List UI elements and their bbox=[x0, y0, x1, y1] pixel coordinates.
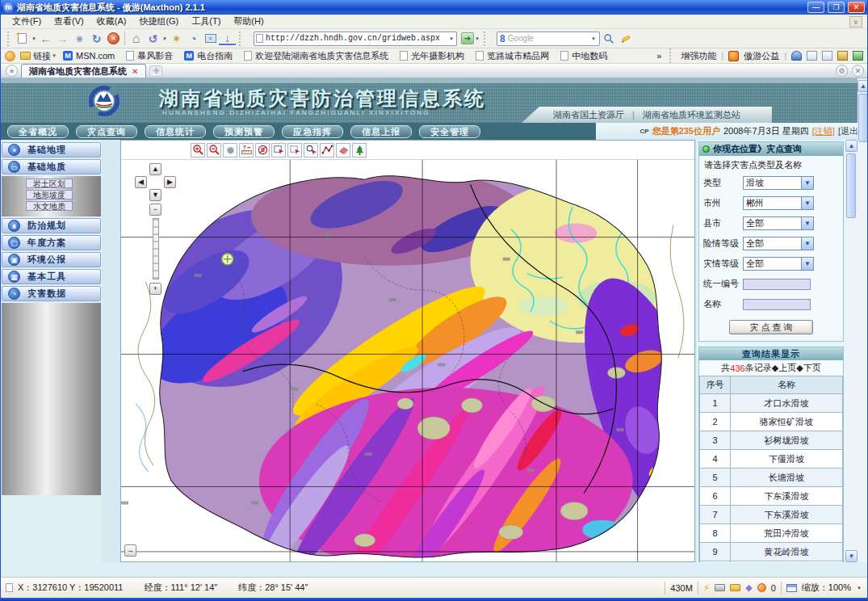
nav-tab-安全管理[interactable]: 安全管理 bbox=[419, 125, 480, 138]
menu-item[interactable]: 工具(T) bbox=[185, 15, 227, 28]
browser-scrollbar[interactable]: ▲ ▼ bbox=[858, 78, 868, 577]
plugin-diamond-icon[interactable]: ◆ bbox=[745, 582, 752, 593]
toolbar-collapse-icon[interactable]: » bbox=[849, 16, 862, 27]
home-icon[interactable]: ⌂ bbox=[128, 31, 145, 47]
select-rect2-tool-icon[interactable] bbox=[287, 143, 302, 158]
user-icon[interactable] bbox=[791, 51, 802, 61]
menu-item[interactable]: 文件(F) bbox=[6, 15, 48, 28]
panel-scroll-up-icon[interactable]: ▲ bbox=[845, 140, 858, 152]
zoom-plus-icon[interactable]: + bbox=[149, 283, 161, 295]
proxy-icon[interactable]: ≡ bbox=[202, 31, 219, 47]
zoom-in-tool-icon[interactable] bbox=[191, 143, 205, 158]
next-page-link[interactable]: ◆下页 bbox=[796, 362, 820, 374]
link-item[interactable]: 中地数码 bbox=[560, 50, 607, 62]
history-clock-icon[interactable]: ◔ bbox=[185, 31, 202, 47]
sidebar-item-基础地质[interactable]: ▭基础地质 bbox=[2, 159, 101, 174]
pages-icon[interactable] bbox=[822, 51, 832, 61]
charity-link[interactable]: 傲游公益 bbox=[744, 50, 779, 62]
query-button[interactable]: 灾 点 查 询 bbox=[729, 320, 813, 334]
url-text[interactable]: http://dzzh.hndh.gov.cn/gridweb.aspx bbox=[266, 34, 446, 43]
back-icon[interactable]: ← bbox=[37, 31, 54, 47]
active-tab[interactable]: 湖南省地质灾害信息系统 ✕ bbox=[21, 64, 146, 78]
pan-left-icon[interactable]: ◀ bbox=[135, 176, 147, 188]
favorites-icon[interactable] bbox=[5, 51, 15, 61]
city-select[interactable]: 郴州▼ bbox=[743, 196, 814, 210]
download-icon[interactable]: ↓ bbox=[219, 32, 236, 45]
go-dropdown-icon[interactable]: ▾ bbox=[474, 36, 480, 42]
search-input[interactable]: 8 Google ▾ bbox=[497, 32, 600, 46]
nav-tab-应急指挥[interactable]: 应急指挥 bbox=[282, 125, 343, 138]
link-land-resources[interactable]: 湖南省国土资源厅 bbox=[553, 109, 624, 121]
table-row[interactable]: 2骆家恒矿滑坡 bbox=[700, 413, 843, 431]
row-name[interactable]: 骆家恒矿滑坡 bbox=[731, 413, 843, 431]
browser-scroll-up-icon[interactable]: ▲ bbox=[858, 80, 868, 92]
close-tabs-icon[interactable]: ✕ bbox=[852, 65, 864, 77]
draw-line-tool-icon[interactable] bbox=[320, 143, 334, 158]
boost-icon[interactable]: ⚡ bbox=[703, 582, 710, 594]
table-row[interactable]: 8荒田冲滑坡 bbox=[700, 524, 843, 543]
menu-item[interactable]: 收藏(A) bbox=[90, 15, 133, 28]
refresh-icon[interactable]: ↻ bbox=[88, 31, 105, 47]
zoom-dropdown-icon[interactable]: ▾ bbox=[856, 585, 862, 591]
minimize-button[interactable]: — bbox=[807, 2, 824, 13]
table-row[interactable]: 5长塘滑坡 bbox=[700, 469, 843, 487]
history-dropdown-icon[interactable]: ◉ bbox=[71, 31, 88, 47]
panel-scrollbar[interactable]: ▲ ▼ bbox=[845, 140, 858, 562]
highlight-pen-icon[interactable] bbox=[617, 31, 634, 47]
stop-icon[interactable]: ✕ bbox=[105, 31, 122, 47]
zoom-out-tool-icon[interactable] bbox=[207, 143, 221, 158]
sidebar-item-灾害数据[interactable]: ◔灾害数据 bbox=[2, 286, 101, 301]
row-name[interactable]: 长塘滑坡 bbox=[731, 469, 843, 487]
link-item[interactable]: 欢迎登陆湖南省地质灾害信息系统 bbox=[244, 50, 388, 62]
go-button[interactable]: ➔ bbox=[461, 32, 474, 44]
sidebar-item-基本工具[interactable]: ▦基本工具 bbox=[2, 269, 101, 284]
link-item[interactable]: 暴风影音 bbox=[126, 50, 173, 62]
county-select[interactable]: 全部▼ bbox=[743, 216, 814, 230]
address-bar[interactable]: http://dzzh.hndh.gov.cn/gridweb.aspx ▾ bbox=[254, 32, 457, 46]
undo-dropdown-icon[interactable]: ▾ bbox=[161, 36, 168, 42]
sidebar-subitem-地形坡度[interactable]: 地形坡度 bbox=[26, 190, 73, 200]
wrench-icon[interactable]: ⚙ bbox=[836, 65, 848, 77]
table-row[interactable]: 9黄花岭滑坡 bbox=[700, 543, 843, 561]
sidebar-subitem-岩土区划[interactable]: 岩土区划 bbox=[26, 179, 73, 188]
nav-tab-灾点查询[interactable]: 灾点查询 bbox=[76, 125, 137, 138]
unified-code-input[interactable] bbox=[743, 279, 811, 290]
folder-icon[interactable] bbox=[730, 584, 740, 591]
forward-icon[interactable]: → bbox=[54, 31, 71, 47]
dropdown-arrow-icon[interactable]: ▼ bbox=[801, 237, 813, 250]
close-button[interactable]: ✕ bbox=[848, 2, 865, 13]
dropdown-arrow-icon[interactable]: ▼ bbox=[801, 197, 813, 209]
disaster-level-select[interactable]: 全部▼ bbox=[743, 257, 814, 271]
browser-scroll-thumb[interactable] bbox=[858, 94, 868, 142]
enhance-link[interactable]: 增强功能 bbox=[681, 50, 716, 62]
row-name[interactable]: 黄花岭滑坡 bbox=[731, 543, 843, 561]
table-row[interactable]: 6下东溪滑坡 bbox=[700, 487, 843, 506]
prev-page-link[interactable]: ◆上页 bbox=[772, 362, 796, 374]
zoom-slider[interactable] bbox=[153, 218, 159, 279]
menu-item[interactable]: 快捷组(G) bbox=[132, 15, 185, 28]
sidebar-subitem-水文地质[interactable]: 水文地质 bbox=[26, 201, 73, 211]
sidebar-item-防治规划[interactable]: ⋔防治规划 bbox=[2, 218, 101, 233]
sidebar-item-年度方案[interactable]: ▢年度方案 bbox=[2, 235, 101, 250]
menu-item[interactable]: 帮助(H) bbox=[227, 15, 270, 28]
dropdown-arrow-icon[interactable]: ▼ bbox=[801, 258, 813, 270]
measure-tool-icon[interactable]: ? bbox=[239, 143, 254, 158]
layer-tree-tool-icon[interactable] bbox=[352, 143, 367, 158]
link-item[interactable]: MMSN.com bbox=[63, 51, 115, 61]
pan-down-icon[interactable]: ▼ bbox=[149, 189, 161, 201]
search-engine-dropdown-icon[interactable]: ▾ bbox=[590, 36, 597, 42]
link-item[interactable]: M电台指南 bbox=[184, 50, 233, 62]
links-dropdown-icon[interactable]: ▾ bbox=[51, 53, 57, 59]
sidebar-item-基础地理[interactable]: »基础地理 bbox=[2, 142, 101, 158]
table-row[interactable]: 7下东溪滑坡 bbox=[700, 506, 843, 524]
row-name[interactable]: 才口水滑坡 bbox=[731, 394, 843, 413]
row-name[interactable]: 衫树垅滑坡 bbox=[731, 431, 843, 450]
tab-close-icon[interactable]: ✕ bbox=[132, 67, 138, 76]
blocked-popup-icon[interactable] bbox=[757, 583, 766, 592]
links-folder-icon[interactable] bbox=[20, 52, 31, 60]
restore-button[interactable]: ❐ bbox=[828, 2, 845, 13]
select-rect-tool-icon[interactable] bbox=[271, 143, 286, 158]
filter-wand-icon[interactable]: ✶ bbox=[168, 31, 185, 47]
nav-tab-全省概况[interactable]: 全省概况 bbox=[7, 125, 69, 138]
type-select[interactable]: 滑坡▼ bbox=[743, 176, 814, 190]
